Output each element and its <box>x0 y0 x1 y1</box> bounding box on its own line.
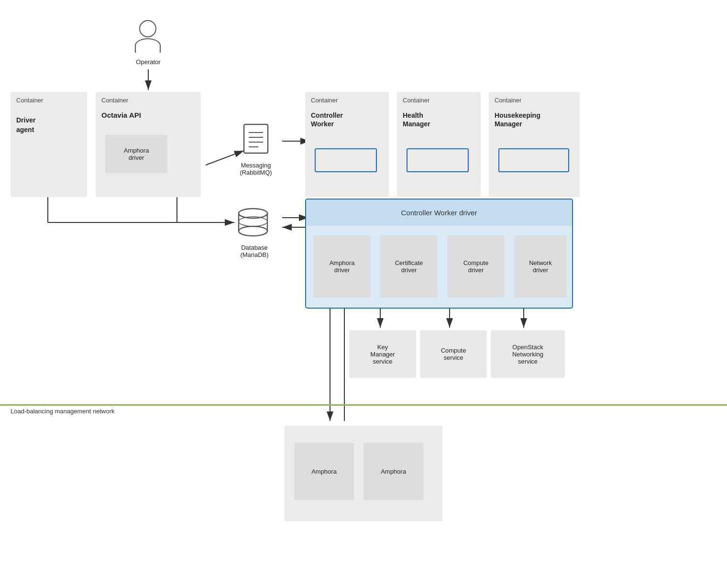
amphora-1-box: Amphora <box>294 443 354 500</box>
key-manager-service-box: KeyManagerservice <box>349 330 416 378</box>
compute-driver-label: Computedriver <box>463 259 489 274</box>
health-mgr-title: HealthManager <box>403 111 430 128</box>
health-mgr-inner <box>407 148 469 172</box>
database-icon <box>235 205 271 244</box>
compute-service-box: Computeservice <box>420 330 487 378</box>
container-health-mgr: Container HealthManager <box>397 92 481 197</box>
amphora-2-label: Amphora <box>381 468 406 475</box>
container-octavia-api: Container Octavia API Amphoradriver <box>96 92 201 197</box>
amphora-driver-label: Amphoradriver <box>330 259 355 274</box>
container-ctrl-worker: Container ControllerWorker <box>305 92 389 197</box>
certificate-driver-box: Certificatedriver <box>380 235 438 298</box>
network-label: Load-balancing management network <box>11 408 115 415</box>
container-label-octavia-api: Container <box>101 97 128 104</box>
amphora-driver-api-box: Amphoradriver <box>105 135 167 173</box>
driver-agent-title: Driveragent <box>16 116 35 134</box>
diagram-area: Operator Container Driveragent Container… <box>0 0 727 588</box>
svg-rect-20 <box>244 124 268 153</box>
octavia-api-title: Octavia API <box>101 111 141 119</box>
amphora-driver-box: Amphoradriver <box>313 235 371 298</box>
network-driver-box: Networkdriver <box>514 235 567 298</box>
ctrl-worker-driver-label: Controller Worker driver <box>401 209 477 217</box>
compute-service-label: Computeservice <box>441 347 466 361</box>
container-label-health-mgr: Container <box>403 97 430 104</box>
container-label-driver-agent: Container <box>16 97 43 104</box>
ctrl-worker-driver-box: Controller Worker driver Amphoradriver C… <box>305 199 573 309</box>
amphora-driver-api-label: Amphoradriver <box>124 147 149 161</box>
ctrl-worker-inner <box>315 148 377 172</box>
housekeeping-inner <box>498 148 569 172</box>
container-housekeeping: Container HousekeepingManager <box>489 92 580 197</box>
messaging-label: Messaging(RabbitMQ) <box>234 162 277 176</box>
ctrl-worker-title: ControllerWorker <box>311 111 343 128</box>
openstack-networking-box: OpenStackNetworkingservice <box>491 330 565 378</box>
messaging-icon <box>239 122 273 162</box>
amphora-container: Amphora Amphora <box>285 426 442 521</box>
key-manager-service-label: KeyManagerservice <box>370 344 395 365</box>
operator-label: Operator <box>127 58 170 66</box>
amphora-2-box: Amphora <box>364 443 423 500</box>
amphora-1-label: Amphora <box>311 468 337 475</box>
certificate-driver-label: Certificatedriver <box>395 259 423 274</box>
svg-point-28 <box>239 226 267 236</box>
operator-icon <box>135 20 161 53</box>
container-label-housekeeping: Container <box>495 97 521 104</box>
network-driver-label: Networkdriver <box>529 259 552 274</box>
container-driver-agent: Container Driveragent <box>11 92 87 197</box>
housekeeping-title: HousekeepingManager <box>495 111 540 128</box>
network-line <box>0 404 727 406</box>
database-label: Database(MariaDB) <box>233 244 276 258</box>
ctrl-worker-driver-bar: Controller Worker driver <box>306 200 572 226</box>
container-label-ctrl-worker: Container <box>311 97 338 104</box>
openstack-networking-label: OpenStackNetworkingservice <box>512 344 543 365</box>
compute-driver-box: Computedriver <box>447 235 505 298</box>
